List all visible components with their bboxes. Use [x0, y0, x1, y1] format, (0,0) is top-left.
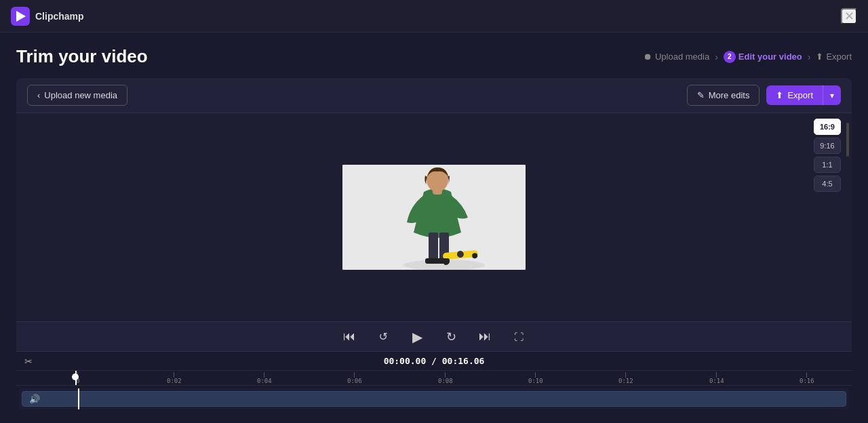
export-dropdown-button[interactable]: ▾: [823, 85, 841, 105]
export-breadcrumb-icon: ⬆: [816, 52, 823, 62]
timecode-display: 00:00.00 / 00:16.06: [384, 356, 485, 366]
upload-new-media-button[interactable]: ‹ Upload new media: [27, 85, 127, 106]
ruler-mark-14: 0:14: [709, 371, 724, 384]
scissors-icon: ✂: [24, 356, 33, 367]
editor-container: ‹ Upload new media ✎ More edits ⬆ Export…: [16, 78, 852, 412]
playback-controls: ⏮ ↻ ▶ ↻ ⏭ ⛶: [16, 321, 852, 351]
more-edits-label: More edits: [709, 90, 750, 100]
timeline-ruler: 0 0:02 0:04 0:06 0:08: [16, 371, 852, 386]
volume-icon: 🔊: [29, 394, 40, 404]
close-button[interactable]: ✕: [841, 8, 857, 24]
aspect-panel-scrollbar: [846, 119, 849, 220]
breadcrumb-step2-label: Edit your video: [738, 52, 802, 62]
export-label: Export: [787, 90, 813, 100]
main-content: Trim your video ⏺ Upload media › 2 Edit …: [0, 33, 868, 423]
timeline-track-area: 🔊: [19, 388, 849, 409]
ruler-mark-6: 0:06: [347, 371, 362, 384]
timeline-header: ✂ 00:00.00 / 00:16.06: [16, 352, 852, 371]
chevron-down-icon: ▾: [830, 91, 834, 100]
current-timecode: 00:00.00: [384, 356, 427, 366]
play-button[interactable]: ▶: [406, 326, 428, 348]
breadcrumb-step1-label: Upload media: [655, 52, 709, 62]
pencil-icon: ✎: [697, 90, 705, 100]
playhead-marker[interactable]: [72, 374, 79, 380]
breadcrumb-step3-label: Export: [826, 52, 852, 62]
aspect-ratio-panel: 16:9 9:16 1:1 4:5: [814, 119, 841, 192]
video-preview: [342, 165, 526, 270]
play-icon: ▶: [412, 329, 422, 345]
upload-media-icon: ⏺: [644, 52, 652, 62]
export-icon: ⬆: [776, 90, 783, 100]
export-wrapper: ⬆ Export ▾: [766, 85, 841, 105]
ruler-mark-10: 0:10: [528, 371, 543, 384]
breadcrumb: ⏺ Upload media › 2 Edit your video › ⬆ E…: [644, 51, 852, 63]
breadcrumb-sep2: ›: [808, 52, 811, 62]
back-arrow-icon: ‹: [37, 90, 40, 100]
rewind-button[interactable]: ↻: [372, 326, 394, 348]
skip-to-start-icon: ⏮: [343, 329, 355, 344]
ruler-mark-8: 0:08: [438, 371, 453, 384]
titlebar-left: Clipchamp: [11, 7, 84, 26]
aspect-ratio-1-1-button[interactable]: 1:1: [814, 157, 841, 173]
rewind-icon: ↻: [379, 330, 388, 343]
video-track-clip[interactable]: 🔊: [22, 391, 846, 407]
breadcrumb-step1: ⏺ Upload media: [644, 52, 709, 62]
skip-to-end-button[interactable]: ⏭: [474, 326, 496, 348]
fullscreen-button[interactable]: ⛶: [508, 326, 530, 348]
ruler-mark-12: 0:12: [618, 371, 633, 384]
fullscreen-icon: ⛶: [514, 331, 524, 342]
titlebar: Clipchamp ✕: [0, 0, 868, 33]
edit-icon: 2: [724, 51, 736, 63]
toolbar-right: ✎ More edits ⬆ Export ▾: [687, 85, 841, 106]
ruler-mark-16: 0:16: [800, 371, 814, 384]
timecode-separator: /: [431, 356, 442, 366]
breadcrumb-step2: 2 Edit your video: [724, 51, 802, 63]
more-edits-button[interactable]: ✎ More edits: [687, 85, 760, 106]
export-button[interactable]: ⬆ Export: [766, 85, 823, 105]
aspect-ratio-4-5-button[interactable]: 4:5: [814, 176, 841, 192]
app-name: Clipchamp: [35, 11, 84, 22]
breadcrumb-sep1: ›: [715, 52, 718, 62]
svg-rect-13: [436, 258, 450, 264]
skip-to-start-button[interactable]: ⏮: [338, 326, 360, 348]
ruler-mark-4: 0:04: [257, 371, 272, 384]
header-row: Trim your video ⏺ Upload media › 2 Edit …: [16, 46, 852, 67]
video-area: 16:9 9:16 1:1 4:5: [16, 113, 852, 321]
svg-rect-6: [429, 233, 438, 260]
video-frame: [342, 165, 526, 270]
aspect-ratio-9-16-button[interactable]: 9:16: [814, 138, 841, 154]
aspect-ratio-16-9-button[interactable]: 16:9: [814, 119, 841, 135]
page-title: Trim your video: [16, 46, 148, 67]
total-duration: 00:16.06: [442, 356, 485, 366]
video-content-svg: [342, 165, 526, 270]
upload-new-label: Upload new media: [44, 90, 117, 100]
app-logo-icon: [11, 7, 30, 26]
fast-forward-icon: ↻: [446, 329, 456, 344]
skip-to-end-icon: ⏭: [479, 329, 491, 344]
ruler-mark-2: 0:02: [167, 371, 182, 384]
aspect-panel-scrollbar-thumb: [846, 123, 849, 157]
breadcrumb-step3: ⬆ Export: [816, 52, 852, 62]
timeline: ✂ 00:00.00 / 00:16.06 0: [16, 351, 852, 412]
fast-forward-button[interactable]: ↻: [440, 326, 462, 348]
toolbar: ‹ Upload new media ✎ More edits ⬆ Export…: [16, 78, 852, 113]
